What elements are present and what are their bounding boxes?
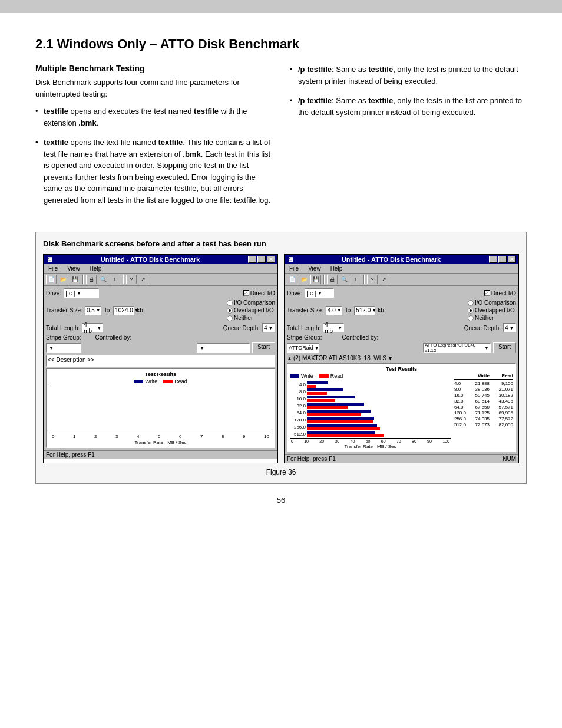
overlapped-io-radio-right[interactable]: Overlapped I/O	[468, 307, 516, 314]
minimize-button-right[interactable]: _	[489, 256, 497, 263]
queue-depth-select-left[interactable]: 4 ▼	[262, 323, 275, 332]
close-button-right[interactable]: ✕	[508, 256, 516, 263]
io-comparison-radio-right[interactable]: I/O Comparison	[468, 299, 516, 306]
data-row-512.0: 512.072,67382,050	[454, 422, 513, 427]
direct-io-checkbox-right[interactable]: ✓ Direct I/O	[484, 290, 516, 297]
body-right: Drive: |-c-| ▼ ✓ Direct I/O Transfer Siz…	[285, 286, 518, 454]
close-button-left[interactable]: ✕	[267, 256, 275, 263]
maximize-button-right[interactable]: □	[498, 256, 507, 263]
neither-radio-left[interactable]: Neither	[227, 315, 275, 321]
queue-depth-label-left: Queue Depth:	[223, 325, 260, 331]
overlapped-io-radio-left[interactable]: Overlapped I/O	[227, 307, 275, 314]
io-options-right: I/O Comparison Overlapped I/O Neither	[468, 299, 516, 321]
drive-select-right[interactable]: |-c-| ▼	[305, 288, 334, 298]
menu-view-right[interactable]: View	[306, 265, 323, 272]
help-btn-right[interactable]: ?	[367, 275, 378, 284]
figure-box: Disk Benchmark screens before and after …	[35, 232, 527, 484]
description-textarea-left[interactable]: << Description >>	[46, 355, 275, 367]
start-button-left[interactable]: Start	[252, 342, 275, 353]
read-val-512.0: 82,050	[491, 422, 513, 427]
hbar-row-512.0: 512.0	[290, 431, 451, 437]
preview-btn-left[interactable]: 🔍	[98, 275, 108, 284]
queue-depth-select-right[interactable]: 4 ▼	[503, 323, 516, 332]
total-length-select-right[interactable]: 4 mb ▼	[323, 323, 344, 332]
hbar-row-128.0: 128.0	[290, 417, 451, 423]
hbar-area-right: 4.08.016.032.064.0128.0256.0512.0	[290, 380, 451, 439]
transfer-to-left[interactable]: 1024.0 ▼	[113, 306, 134, 315]
open-btn-right[interactable]: 📂	[299, 275, 309, 284]
hbar-row-256.0: 256.0	[290, 424, 451, 430]
maximize-button-left[interactable]: □	[257, 256, 266, 263]
transfer-from-right[interactable]: 4.0 ▼	[326, 306, 342, 315]
bullet1-text1: opens and executes the test named	[68, 107, 194, 116]
titlebar-left-buttons: _ □ ✕	[248, 256, 275, 263]
total-length-label-left: Total Length:	[46, 325, 80, 331]
bullet4-bold1: /p textfile	[298, 96, 332, 105]
read-val-8.0: 21,071	[491, 387, 513, 392]
direct-io-check-right[interactable]: ✓	[484, 290, 490, 296]
data-table-header-right: Write Read	[454, 373, 513, 380]
menubar-right: File View Help	[285, 264, 518, 274]
io-comparison-radio-left[interactable]: I/O Comparison	[227, 299, 275, 306]
minimize-button-left[interactable]: _	[248, 256, 256, 263]
menu-view-left[interactable]: View	[65, 265, 82, 272]
transfer-from-left[interactable]: 0.5 ▼	[85, 306, 101, 315]
x-axis-right: 0 10 20 30 40 50 60 70 80 90	[290, 439, 451, 443]
read-val-128.0: 69,905	[491, 410, 513, 416]
preview-btn-right[interactable]: 🔍	[339, 275, 349, 284]
menu-file-right[interactable]: File	[287, 265, 301, 272]
to-label-right: to	[345, 307, 352, 314]
print-btn-left[interactable]: 🖨	[86, 275, 97, 284]
neither-radio-right[interactable]: Neither	[468, 315, 516, 321]
write-bar-128.0	[307, 417, 374, 420]
new-btn-right[interactable]: 📄	[287, 275, 297, 284]
chart-title-left: Test Results	[49, 371, 272, 377]
stripe-row-left: Stripe Group: Controlled by:	[46, 334, 275, 341]
stripe-select-right[interactable]: ATTORaid ▼	[287, 343, 319, 353]
read-bar-32.0	[307, 406, 348, 409]
help-btn-left[interactable]: ?	[126, 275, 137, 284]
open-btn-left[interactable]: 📂	[58, 275, 68, 284]
new-btn-left[interactable]: 📄	[46, 275, 57, 284]
direct-io-check-left[interactable]: ✓	[243, 290, 249, 296]
menubar-left: File View Help	[44, 264, 277, 274]
add-btn-left[interactable]: +	[110, 275, 120, 284]
add-btn-right[interactable]: +	[351, 275, 361, 284]
menu-help-right[interactable]: Help	[328, 265, 345, 272]
sep2-right	[363, 275, 365, 284]
stripe-select-left[interactable]: ▼	[46, 343, 81, 353]
write-bar-32.0	[307, 403, 364, 406]
left-column: Multiple Benchmark Testing Disk Benchmar…	[35, 64, 272, 214]
drive-row-right: Drive: |-c-| ▼ ✓ Direct I/O	[287, 288, 516, 298]
drive-select-left[interactable]: |-c-| ▼	[64, 288, 99, 298]
write-val-512.0: 72,673	[467, 422, 490, 427]
write-color-right	[290, 374, 299, 378]
save-btn-right[interactable]: 💾	[310, 275, 321, 284]
hbar-row-4.0: 4.0	[290, 381, 451, 388]
cursor-btn-left[interactable]: ↗	[138, 275, 148, 284]
start-button-right[interactable]: Start	[493, 342, 516, 353]
controlled-select-left[interactable]: ▼	[197, 343, 250, 353]
device-scroll-up[interactable]: ▲	[287, 355, 292, 361]
device-scroll-down[interactable]: ▼	[388, 355, 393, 361]
write-val-64.0: 67,650	[467, 404, 490, 410]
transfer-unit-right: kb	[378, 307, 384, 314]
menu-file-left[interactable]: File	[46, 265, 60, 272]
print-btn-right[interactable]: 🖨	[327, 275, 338, 284]
total-length-select-left[interactable]: 4 mb ▼	[82, 323, 103, 332]
menu-help-left[interactable]: Help	[87, 265, 104, 272]
drive-row-left: Drive: |-c-| ▼ ✓ Direct I/O	[46, 288, 275, 298]
bullet4-text1: : Same as	[332, 96, 368, 105]
transfer-to-right[interactable]: 512.0 ▼	[354, 306, 375, 315]
controlled-select-right[interactable]: ATTO ExpressPCI UL40 v1.12 ▼	[423, 343, 491, 353]
save-btn-left[interactable]: 💾	[70, 275, 80, 284]
write-val-32.0: 60,514	[467, 398, 490, 404]
direct-io-checkbox-left[interactable]: ✓ Direct I/O	[243, 290, 275, 297]
write-bar-64.0	[307, 410, 371, 413]
cursor-btn-right[interactable]: ↗	[379, 275, 389, 284]
hbar-chart-right: Write Read 4.08.016.032.064.0128.	[290, 373, 451, 449]
screenshot-after: 🖥 Untitled - ATTO Disk Benchmark _ □ ✕ F…	[284, 254, 519, 463]
hbar-row-16.0: 16.0	[290, 396, 451, 402]
bullet-testfile: testfile opens and executes the test nam…	[35, 106, 272, 129]
chart-legend-left: Write Read	[49, 378, 272, 384]
